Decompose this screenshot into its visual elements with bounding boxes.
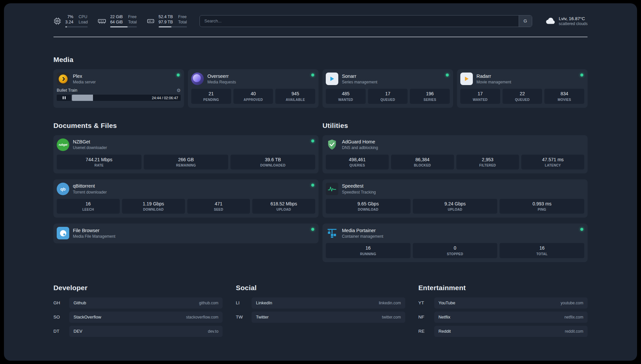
bookmark-link-twitter[interactable]: Twitter twitter.com: [252, 312, 405, 323]
stat-tile: 834 MOVIES: [544, 89, 584, 104]
bookmark-link-reddit[interactable]: Reddit reddit.com: [434, 326, 588, 337]
bookmark-abbr: TW: [236, 315, 252, 319]
stat-tile: 86,384 BLOCKED: [391, 155, 454, 169]
memory-total-value: 64 GiB: [110, 20, 123, 25]
media-section: Media Plex Media server Bullet Train: [53, 56, 588, 107]
service-desc: Container management: [342, 234, 383, 239]
weather-condition: scattered clouds: [559, 21, 588, 26]
bookmark-row: SO StackOverflow stackoverflow.com: [53, 312, 223, 323]
bookmark-row: GH Github github.com: [53, 297, 223, 309]
search-provider-button[interactable]: G: [519, 15, 532, 27]
service-card-plex[interactable]: Plex Media server Bullet Train ⚙ 24:44 /…: [53, 69, 184, 107]
gear-icon[interactable]: ⚙: [176, 88, 181, 93]
bookmark-link-linkedin[interactable]: LinkedIn linkedin.com: [252, 297, 405, 309]
bookmark-abbr: SO: [53, 315, 69, 319]
search-input[interactable]: [200, 15, 519, 27]
stat-tile: 17 WANTED: [460, 89, 500, 104]
service-card-overseerr[interactable]: Overseerr Media Requests 21 PENDING 40 A…: [188, 69, 319, 107]
speedtest-icon: [326, 183, 338, 195]
adguard-icon: [326, 138, 338, 151]
stat-tile: 39.6 TB DOWNLOADED: [230, 155, 315, 169]
memory-free-value: 22 GiB: [110, 15, 123, 20]
disk-free-label: Free: [178, 15, 187, 20]
sonarr-icon: [326, 73, 338, 85]
bookmark-link-github[interactable]: Github github.com: [69, 297, 223, 309]
stat-tile: 17 QUEUED: [368, 89, 408, 104]
service-card-qbittorrent[interactable]: qb qBittorrent Torrent downloader 16 LEE…: [53, 179, 319, 218]
disk-usage-fill: [159, 26, 172, 27]
service-card-adguard[interactable]: AdGuard Home DNS and adblocking 498,461 …: [322, 135, 588, 173]
playback-progress-bar[interactable]: 24:44 / 02:06:47: [72, 95, 181, 101]
bookmarks-social: Social LI LinkedIn linkedin.com TW Twitt…: [236, 284, 405, 326]
stat-tile: 945 AVAILABLE: [275, 89, 315, 104]
bookmark-abbr: YT: [418, 300, 434, 305]
service-name: qBittorrent: [73, 183, 107, 189]
stat-tile: 266 GB REMAINING: [144, 155, 229, 169]
stat-tile: 40 APPROVED: [233, 89, 273, 104]
weather-location: Lviv, 16.87°C: [559, 16, 588, 22]
stat-tile: 16 TOTAL: [500, 243, 584, 258]
section-title-entertainment: Entertainment: [418, 284, 588, 292]
disk-free-value: 52.4 TB: [159, 15, 173, 20]
service-name: Plex: [73, 74, 96, 79]
radarr-icon: [460, 73, 473, 85]
service-desc: Media server: [73, 80, 96, 84]
service-card-portainer[interactable]: Media Portainer Container management 16 …: [322, 224, 588, 262]
section-title-documents: Documents & Files: [53, 122, 319, 130]
section-title-social: Social: [236, 284, 405, 292]
bookmark-abbr: RE: [418, 329, 434, 334]
status-dot: [311, 184, 314, 187]
portainer-icon: [326, 227, 338, 239]
bookmark-link-netflix[interactable]: Netflix netflix.com: [434, 312, 588, 323]
bookmark-row: RE Reddit reddit.com: [418, 326, 588, 337]
cpu-chip-icon: [53, 17, 61, 25]
service-card-sonarr[interactable]: Sonarr Series management 485 WANTED 17 Q…: [322, 69, 453, 107]
playback-time: 24:44 / 02:06:47: [152, 96, 178, 100]
screen-frame: 7% 3.24 CPU Load: [0, 0, 641, 364]
cpu-load-value: 3.24: [65, 20, 73, 25]
topbar: 7% 3.24 CPU Load: [53, 3, 588, 27]
service-card-filebrowser[interactable]: File Browser Media File Management: [53, 224, 319, 243]
service-name: NZBGet: [73, 139, 107, 145]
service-card-nzbget[interactable]: nzbget NZBGet Usenet downloader 744.21 M…: [53, 135, 319, 173]
service-desc: DNS and adblocking: [342, 145, 378, 150]
service-card-radarr[interactable]: Radarr Movie management 17 WANTED 22 QUE…: [457, 69, 588, 107]
cpu-label: CPU: [78, 15, 87, 20]
search-box: G: [199, 15, 532, 27]
filebrowser-icon: [57, 227, 69, 239]
bookmark-row: NF Netflix netflix.com: [418, 312, 588, 323]
disk-icon: [147, 17, 155, 25]
service-desc: Media File Management: [73, 234, 115, 239]
service-desc: Series management: [342, 80, 377, 84]
stat-tile: 1.19 Gbps DOWNLOAD: [122, 199, 185, 214]
dashboard-app: 7% 3.24 CPU Load: [4, 3, 637, 361]
service-desc: Torrent downloader: [73, 190, 107, 195]
cpu-percent: 7%: [67, 15, 73, 20]
disk-total-value: 97.9 TB: [159, 20, 173, 25]
cpu-usage-bar: [65, 26, 88, 27]
bookmark-abbr: NF: [418, 315, 434, 319]
service-desc: Movie management: [476, 80, 511, 84]
nzbget-icon: nzbget: [57, 138, 69, 151]
stat-tile: 196 SERIES: [410, 89, 450, 104]
bookmark-link-dev[interactable]: DEV dev.to: [69, 326, 223, 337]
stat-tile: 47.571 ms LATENCY: [521, 155, 584, 169]
stat-tile: 0 STOPPED: [413, 243, 498, 258]
stat-tile: 744.21 Mbps RATE: [57, 155, 141, 169]
memory-total-label: Total: [128, 20, 137, 25]
service-name: Overseerr: [207, 74, 236, 79]
memory-icon: [98, 17, 106, 25]
topbar-divider: [53, 37, 588, 37]
weather-widget[interactable]: Lviv, 16.87°C scattered clouds: [545, 16, 588, 26]
overseerr-icon: [191, 73, 204, 85]
bookmark-link-stackoverflow[interactable]: StackOverflow stackoverflow.com: [69, 312, 223, 323]
bookmark-link-youtube[interactable]: YouTube youtube.com: [434, 297, 588, 309]
stat-tile: 471 SEED: [187, 199, 250, 214]
service-name: File Browser: [73, 228, 115, 233]
service-card-speedtest[interactable]: Speedtest Speedtest Tracking 9.65 Gbps D…: [322, 179, 588, 218]
bookmarks-entertainment: Entertainment YT YouTube youtube.com NF …: [418, 284, 588, 340]
stat-tile: 498,461 QUERIES: [326, 155, 389, 169]
pause-button[interactable]: [57, 95, 71, 101]
documents-section: Documents & Files nzbget NZBGet Usenet d…: [53, 122, 319, 244]
bookmark-abbr: DT: [53, 329, 69, 334]
